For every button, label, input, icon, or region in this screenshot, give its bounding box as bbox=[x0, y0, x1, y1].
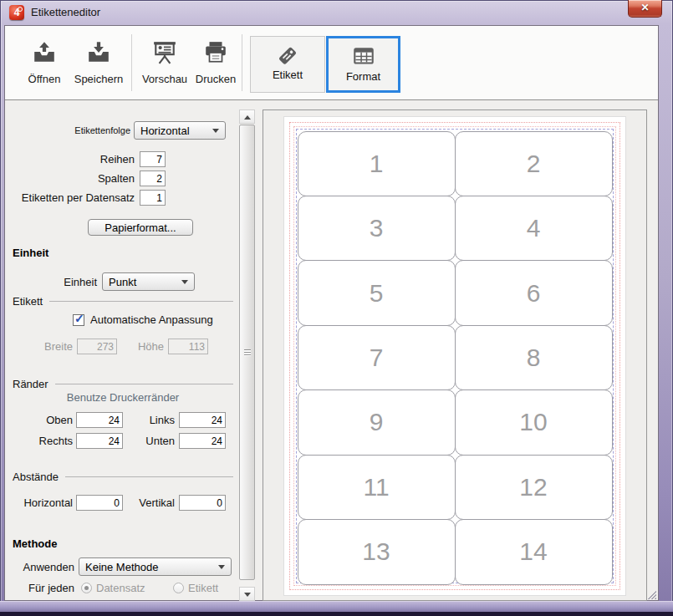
per-record-input[interactable] bbox=[140, 190, 166, 206]
label-cell: 9 bbox=[298, 389, 456, 455]
v-gap-input[interactable] bbox=[179, 495, 226, 511]
print-label: Drucken bbox=[191, 73, 240, 85]
paper-format-button[interactable]: Papierformat... bbox=[88, 219, 193, 236]
h-gap-input[interactable] bbox=[76, 495, 123, 511]
scrollbar-thumb[interactable] bbox=[239, 125, 255, 580]
rows-row: Reihen bbox=[13, 151, 166, 167]
tab-etikett-label: Etikett bbox=[273, 69, 303, 81]
label-cell: 10 bbox=[455, 389, 613, 455]
open-button[interactable]: Öffnen bbox=[20, 36, 69, 91]
radio-etikett-label: Etikett bbox=[188, 582, 218, 594]
scroll-up-button[interactable] bbox=[239, 109, 255, 124]
label-cell: 14 bbox=[455, 519, 613, 584]
margin-top-label: Oben bbox=[13, 414, 73, 426]
label-cell: 5 bbox=[298, 260, 456, 325]
toolbar-separator bbox=[131, 34, 132, 91]
chevron-down-icon bbox=[181, 280, 188, 284]
close-button[interactable]: ✕ bbox=[628, 0, 662, 18]
label-cell: 11 bbox=[298, 455, 456, 520]
save-label: Speichern bbox=[69, 73, 128, 85]
margin-right-input[interactable] bbox=[76, 433, 123, 449]
preview-page: 1234567891011121314 bbox=[283, 116, 626, 596]
tag-icon bbox=[251, 37, 324, 69]
label-section-header: Etikett bbox=[13, 295, 233, 308]
arrow-down-icon bbox=[244, 593, 251, 597]
resize-grip[interactable] bbox=[646, 589, 656, 599]
apply-value: Keine Methode bbox=[85, 561, 158, 573]
margin-left-input[interactable] bbox=[179, 412, 226, 428]
unit-label: Einheit bbox=[13, 276, 97, 288]
sequence-row: Etikettenfolge Horizontal bbox=[13, 121, 226, 140]
open-label: Öffnen bbox=[20, 73, 69, 85]
scrollbar-grip-icon bbox=[244, 349, 251, 356]
sequence-value: Horizontal bbox=[140, 125, 190, 137]
titlebar[interactable]: 4 Etiketteneditor ✕ bbox=[0, 0, 673, 25]
toolbar-separator bbox=[242, 34, 242, 91]
window-content: Öffnen Speichern bbox=[4, 25, 659, 601]
auto-fit-row: ✓ Automatische Anpassung bbox=[73, 313, 213, 326]
auto-fit-checkbox[interactable]: ✓ bbox=[73, 314, 84, 326]
margin-top-left-row: Oben Links bbox=[13, 412, 226, 428]
preview-button[interactable]: Vorschau bbox=[138, 36, 191, 91]
scroll-down-button[interactable] bbox=[239, 587, 255, 601]
radio-datensatz[interactable] bbox=[81, 583, 92, 593]
gaps-row: Horizontal Vertikal bbox=[13, 495, 226, 511]
margin-top-input[interactable] bbox=[76, 412, 123, 428]
rows-label: Reihen bbox=[13, 153, 135, 165]
margin-right-bottom-row: Rechts Unten bbox=[13, 433, 226, 449]
label-cell: 13 bbox=[298, 519, 456, 584]
chevron-down-icon bbox=[218, 565, 225, 569]
table-icon bbox=[329, 38, 398, 70]
width-label: Breite bbox=[13, 340, 73, 353]
label-cell: 1 bbox=[298, 131, 456, 196]
label-grid: 1234567891011121314 bbox=[298, 131, 612, 584]
per-record-row: Etiketten per Datensatz bbox=[13, 190, 166, 206]
method-section-header: Methode bbox=[13, 537, 57, 550]
height-label: Höhe bbox=[124, 340, 164, 353]
v-gap-label: Vertikal bbox=[130, 496, 175, 509]
margin-bottom-input[interactable] bbox=[179, 433, 226, 449]
etiketteneditor-window: 4 Etiketteneditor ✕ Öffnen bbox=[0, 0, 673, 616]
gaps-section-header: Abstände bbox=[13, 471, 233, 483]
margins-section-header: Ränder bbox=[13, 378, 233, 390]
unit-row: Einheit Punkt bbox=[13, 272, 195, 291]
unit-dropdown[interactable]: Punkt bbox=[102, 272, 195, 291]
save-button[interactable]: Speichern bbox=[69, 36, 128, 91]
for-each-row: Für jeden Datensatz Etikett bbox=[13, 582, 218, 594]
per-record-label: Etiketten per Datensatz bbox=[13, 191, 135, 204]
window-title: Etiketteneditor bbox=[31, 6, 100, 18]
tab-etikett[interactable]: Etikett bbox=[250, 36, 325, 93]
margin-right-label: Rechts bbox=[13, 435, 73, 447]
print-icon bbox=[191, 36, 240, 69]
auto-fit-label: Automatische Anpassung bbox=[90, 313, 213, 326]
width-input bbox=[77, 339, 117, 354]
label-cell: 3 bbox=[298, 196, 456, 261]
for-each-label: Für jeden bbox=[13, 582, 74, 594]
chevron-down-icon bbox=[212, 129, 219, 133]
open-icon bbox=[20, 36, 69, 69]
rows-input[interactable] bbox=[140, 151, 166, 167]
sequence-label: Etikettenfolge bbox=[13, 125, 130, 135]
label-cell: 7 bbox=[298, 325, 456, 390]
print-button[interactable]: Drucken bbox=[191, 36, 240, 91]
size-row: Breite Höhe bbox=[13, 339, 208, 354]
margin-left-label: Links bbox=[130, 414, 175, 426]
apply-row: Anwenden Keine Methode bbox=[13, 557, 232, 576]
apply-dropdown[interactable]: Keine Methode bbox=[79, 557, 232, 576]
radio-etikett[interactable] bbox=[173, 583, 184, 593]
sequence-dropdown[interactable]: Horizontal bbox=[134, 121, 226, 140]
label-cell: 8 bbox=[455, 325, 613, 390]
vertical-scrollbar[interactable] bbox=[239, 109, 255, 601]
preview-icon bbox=[138, 36, 191, 69]
cols-label: Spalten bbox=[13, 172, 135, 185]
unit-value: Punkt bbox=[109, 276, 136, 288]
height-input bbox=[168, 339, 208, 354]
tab-format[interactable]: Format bbox=[326, 36, 400, 93]
save-icon bbox=[69, 36, 128, 69]
arrow-up-icon bbox=[244, 115, 251, 120]
unit-section-header: Einheit bbox=[13, 247, 48, 259]
tab-format-label: Format bbox=[346, 70, 380, 83]
cols-input[interactable] bbox=[140, 171, 166, 186]
window-frame-bottom bbox=[0, 601, 673, 616]
cols-row: Spalten bbox=[13, 171, 166, 186]
